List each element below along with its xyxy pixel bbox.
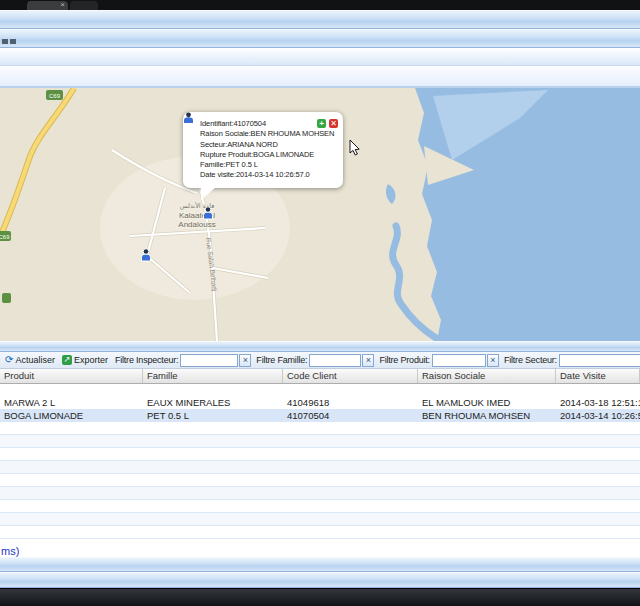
filter-secteur-input[interactable]: [559, 354, 640, 367]
popup-secteur: Secteur:ARIANA NORD: [200, 140, 339, 150]
empty-row: [0, 448, 640, 461]
refresh-icon: ⟳: [5, 355, 13, 365]
empty-row: [0, 487, 640, 500]
table-row-selected[interactable]: BOGA LIMONADE PET 0.5 L 41070504 BEN RHO…: [0, 409, 640, 422]
cell-famille: PET 0.5 L: [143, 409, 283, 422]
separator-band: [0, 341, 640, 352]
filter-produit-label: Filtre Produit:: [379, 355, 430, 365]
filter-produit-input[interactable]: [432, 354, 486, 367]
empty-row: [0, 526, 640, 539]
clear-filter-icon[interactable]: ×: [362, 354, 374, 367]
cell-date-visite: 2014-03-18 12:51:18.0: [556, 396, 640, 409]
popup-raison-sociale: Raison Sociale:BEN RHOUMA MOHSEN: [200, 129, 339, 139]
filter-famille: Filtre Famille: ×: [256, 354, 374, 367]
column-header-raison-sociale[interactable]: Raison Sociale: [418, 369, 556, 383]
timing-text: ms): [1, 545, 19, 557]
clear-filter-icon[interactable]: ×: [487, 354, 499, 367]
column-header-produit[interactable]: Produit: [0, 369, 143, 383]
filter-inspecteur-label: Filtre Inspecteur:: [115, 355, 178, 365]
filter-inspecteur: Filtre Inspecteur: ×: [115, 354, 251, 367]
export-button[interactable]: ↗ Exporter: [62, 355, 108, 365]
filter-secteur-label: Filtre Secteur:: [504, 355, 557, 365]
cell-raison-sociale: BEN RHOUMA MOHSEN: [418, 409, 556, 422]
panel-header-band-1: [0, 10, 640, 29]
map-canvas[interactable]: C69 C69 قلعة الأندلس Kalaate Al Andalous…: [0, 88, 640, 341]
route-shield: [2, 293, 11, 303]
refresh-button[interactable]: ⟳ Actualiser: [5, 355, 55, 365]
cell-raison-sociale: EL MAMLOUK IMED: [418, 396, 556, 409]
taskbar: [0, 588, 640, 606]
route-shield: C69: [0, 231, 11, 241]
route-shield: C69: [46, 90, 63, 100]
inspector-marker[interactable]: [204, 207, 213, 219]
svg-text:C69: C69: [0, 234, 10, 240]
column-header-code-client[interactable]: Code Client: [283, 369, 418, 383]
browser-tab-bar: ×: [0, 0, 640, 10]
browser-tab-inactive[interactable]: [70, 1, 98, 10]
cell-code-client: 41070504: [283, 409, 418, 422]
empty-row: [0, 422, 640, 435]
empty-row: [0, 461, 640, 474]
filter-produit: Filtre Produit: ×: [379, 354, 499, 367]
svg-text:Andalouss: Andalouss: [178, 220, 215, 229]
cell-date-visite: 2014-03-14 10:26:57.0: [556, 409, 640, 422]
export-label: Exporter: [74, 355, 108, 365]
empty-row: [0, 435, 640, 448]
svg-text:C69: C69: [49, 93, 61, 99]
tab-close-icon[interactable]: ×: [60, 0, 65, 10]
panel-header-band-2: [0, 29, 640, 48]
filter-famille-input[interactable]: [309, 354, 361, 367]
cell-famille: EAUX MINERALES: [143, 396, 283, 409]
browser-tab-active[interactable]: ×: [27, 1, 68, 10]
collapse-tick-icon: [2, 39, 8, 44]
empty-row: [0, 513, 640, 526]
filter-inspecteur-input[interactable]: [180, 354, 238, 367]
cell-code-client: 41049618: [283, 396, 418, 409]
filters-toolbar: ⟳ Actualiser ↗ Exporter Filtre Inspecteu…: [0, 352, 640, 369]
column-header-date-visite[interactable]: Date Visite: [556, 369, 640, 383]
popup-close-icon[interactable]: ✕: [329, 119, 338, 128]
popup-add-icon[interactable]: +: [317, 119, 326, 128]
column-header-famille[interactable]: Famille: [143, 369, 283, 383]
popup-date-visite: Date visite:2014-03-14 10:26:57.0: [200, 170, 339, 180]
cell-produit: BOGA LIMONADE: [0, 409, 143, 422]
filter-secteur: Filtre Secteur:: [504, 354, 640, 367]
table-header-row: Produit Famille Code Client Raison Socia…: [0, 369, 640, 384]
results-table: MARWA 2 L EAUX MINERALES 41049618 EL MAM…: [0, 384, 640, 539]
popup-person-icon: [183, 112, 194, 124]
map-popup: + ✕ Identifiant:41070504 Raison Sociale:…: [183, 112, 343, 188]
refresh-label: Actualiser: [15, 355, 55, 365]
inspector-marker[interactable]: [142, 249, 151, 261]
footer-band-1: [0, 557, 640, 572]
filter-famille-label: Filtre Famille:: [256, 355, 307, 365]
popup-rupture-produit: Rupture Produit:BOGA LIMONADE: [200, 150, 339, 160]
empty-row: [0, 500, 640, 513]
clear-filter-icon[interactable]: ×: [239, 354, 251, 367]
table-spacer-row: [0, 384, 640, 396]
cell-produit: MARWA 2 L: [0, 396, 143, 409]
empty-row: [0, 474, 640, 487]
screen: ×: [0, 0, 640, 606]
footer-band-2: [0, 572, 640, 588]
toolbar-strip-2: [0, 66, 640, 88]
export-icon: ↗: [62, 355, 72, 365]
table-row[interactable]: MARWA 2 L EAUX MINERALES 41049618 EL MAM…: [0, 396, 640, 409]
collapse-tick-icon: [10, 39, 16, 44]
popup-famille: Famille:PET 0.5 L: [200, 160, 339, 170]
toolbar-strip-1: [0, 48, 640, 66]
